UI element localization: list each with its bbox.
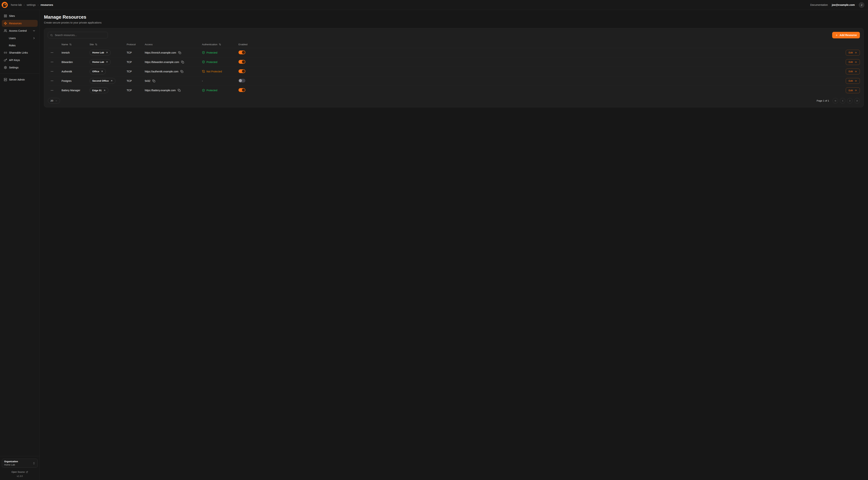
resources-table: Name Site Protocol Access — [48, 41, 860, 95]
edit-label: Edit — [849, 61, 853, 63]
edit-label: Edit — [849, 89, 853, 92]
add-resource-button[interactable]: Add Resource — [832, 32, 860, 38]
edit-button[interactable]: Edit — [846, 78, 860, 84]
key-icon — [4, 58, 7, 62]
cell-site: Edge 01 — [90, 87, 127, 93]
copy-access-button[interactable] — [178, 51, 182, 54]
breadcrumb-current-page: resources — [40, 3, 53, 6]
row-menu-button[interactable] — [48, 69, 54, 74]
header-authentication[interactable]: Authentication — [202, 43, 239, 46]
sidebar-item-shareable-links[interactable]: Shareable Links — [2, 49, 38, 56]
site-link-button[interactable]: Edge 01 — [90, 87, 108, 93]
sidebar-item-access-control[interactable]: Access Control — [2, 27, 38, 34]
copy-icon — [181, 61, 184, 63]
last-page-button[interactable] — [854, 98, 860, 103]
cell-menu — [48, 88, 62, 93]
sidebar-item-label: Access Control — [9, 29, 27, 32]
table-header-row: Name Site Protocol Access — [48, 41, 860, 48]
documentation-link[interactable]: Documentation — [810, 3, 828, 6]
edit-label: Edit — [849, 51, 853, 54]
sidebar-item-label: Shareable Links — [9, 51, 28, 54]
cell-edit: Edit — [263, 87, 860, 93]
pagination-controls: Page 1 of 1 — [816, 98, 860, 103]
site-link-button[interactable]: Second Office — [90, 78, 116, 84]
copy-access-button[interactable] — [180, 70, 184, 73]
search-input[interactable] — [55, 33, 105, 37]
protocol-value: TCP — [127, 51, 145, 54]
copy-access-button[interactable] — [152, 79, 156, 83]
external-link-icon — [26, 471, 28, 473]
row-menu-button[interactable] — [48, 50, 54, 55]
chevron-separator-icon: › — [24, 3, 25, 6]
edit-button[interactable]: Edit — [846, 87, 860, 93]
gear-icon — [4, 66, 7, 69]
sidebar-item-roles[interactable]: Roles — [2, 42, 38, 49]
site-name: Office — [92, 70, 99, 73]
shield-check-icon — [202, 60, 205, 63]
cell-access: https://immich.example.com — [145, 51, 202, 54]
copy-access-button[interactable] — [181, 60, 184, 64]
page-size-select[interactable]: 20 — [48, 98, 60, 103]
header-protocol: Protocol — [127, 43, 145, 46]
site-link-button[interactable]: Home Lab — [90, 50, 111, 56]
enabled-toggle[interactable] — [239, 51, 245, 54]
breadcrumb-org[interactable]: home-lab — [11, 3, 22, 6]
resources-card: Add Resource Name Site — [44, 28, 864, 107]
first-page-button[interactable] — [833, 98, 838, 103]
app-logo[interactable] — [2, 2, 8, 8]
cell-menu — [48, 60, 62, 64]
table-body: Immich Home Lab TCP https://immich.examp… — [48, 48, 860, 95]
arrow-right-icon — [855, 89, 857, 92]
topbar-left: home-lab › settings › resources — [2, 2, 53, 8]
enabled-toggle[interactable] — [239, 79, 245, 83]
grid-icon — [4, 14, 7, 18]
next-page-button[interactable] — [847, 98, 852, 103]
edit-button[interactable]: Edit — [846, 59, 860, 65]
site-link-button[interactable]: Home Lab — [90, 59, 111, 65]
access-value: https://bitwarden.example.com — [145, 61, 179, 63]
topbar: home-lab › settings › resources Document… — [0, 0, 868, 10]
header-name[interactable]: Name — [62, 43, 90, 46]
row-menu-button[interactable] — [48, 60, 54, 64]
cell-enabled — [239, 69, 263, 74]
breadcrumb-settings[interactable]: settings — [27, 3, 36, 6]
enabled-toggle[interactable] — [239, 69, 245, 73]
edit-button[interactable]: Edit — [846, 69, 860, 74]
resource-name: Immich — [62, 51, 90, 54]
app-root: home-lab › settings › resources Document… — [0, 0, 868, 480]
previous-page-button[interactable] — [840, 98, 845, 103]
row-menu-button[interactable] — [48, 88, 54, 93]
header-site[interactable]: Site — [90, 43, 127, 46]
open-source-link[interactable]: Open Source — [2, 471, 38, 473]
sidebar-item-sites[interactable]: Sites — [2, 12, 38, 19]
sidebar-item-server-admin[interactable]: Server Admin — [2, 76, 38, 83]
page-subtitle: Create secure proxies to your private ap… — [44, 21, 864, 24]
sidebar-item-users[interactable]: Users — [2, 35, 38, 41]
sidebar-item-label: Server Admin — [9, 78, 25, 81]
sidebar-item-settings[interactable]: Settings — [2, 64, 38, 71]
cell-enabled — [239, 51, 263, 55]
site-name: Home Lab — [92, 61, 104, 63]
edit-button[interactable]: Edit — [846, 50, 860, 56]
cell-edit: Edit — [263, 69, 860, 74]
page-title: Manage Resources — [44, 14, 864, 20]
enabled-toggle[interactable] — [239, 88, 245, 92]
cell-edit: Edit — [263, 50, 860, 56]
sidebar-item-resources[interactable]: Resources — [2, 20, 38, 27]
users-icon — [4, 29, 7, 32]
plus-icon — [835, 34, 838, 36]
user-avatar[interactable]: J — [859, 2, 864, 8]
organization-selector[interactable]: Organization Home Lab — [2, 459, 38, 468]
table-row: Postgres Second Office TCP 5432 - Edit — [48, 76, 860, 86]
auth-status: Protected — [202, 89, 239, 92]
sort-icon — [69, 43, 72, 46]
ellipsis-icon — [51, 60, 54, 63]
site-link-button[interactable]: Office — [90, 69, 106, 74]
organization-label: Organization — [4, 460, 18, 463]
copy-icon — [180, 70, 183, 73]
copy-access-button[interactable] — [178, 89, 181, 92]
sidebar-item-api-keys[interactable]: API Keys — [2, 57, 38, 63]
row-menu-button[interactable] — [48, 79, 54, 83]
enabled-toggle[interactable] — [239, 60, 245, 64]
avatar-initial: J — [861, 4, 862, 6]
